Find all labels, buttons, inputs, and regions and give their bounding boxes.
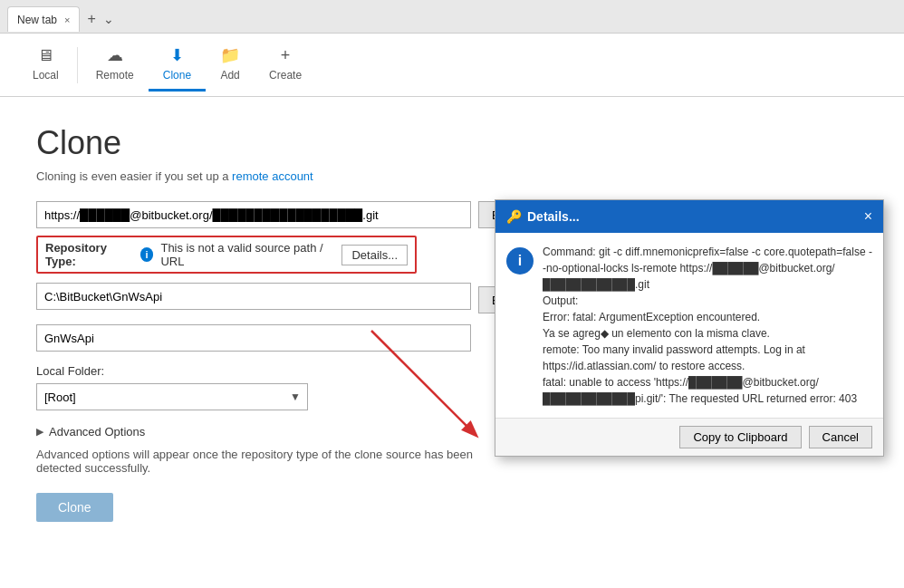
toolbar-label-add: Add — [220, 69, 239, 82]
dialog-footer: Copy to Clipboard Cancel — [495, 418, 883, 456]
dialog-content-text: Command: git -c diff.mnemonicprefix=fals… — [543, 244, 872, 407]
dialog-title: 🔑 Details... — [506, 209, 580, 224]
tab-close-icon[interactable]: × — [64, 14, 70, 25]
dialog-line3: Output: — [543, 294, 578, 307]
tab-menu-icon[interactable]: ⌄ — [100, 12, 118, 26]
clone-button[interactable]: Clone — [36, 493, 113, 522]
repo-type-info-icon[interactable]: i — [140, 247, 154, 262]
new-tab-icon[interactable]: + — [83, 11, 99, 27]
dialog-line6: remote: Too many invalid password attemp… — [543, 343, 805, 372]
copy-to-clipboard-button[interactable]: Copy to Clipboard — [679, 426, 801, 448]
dialog-lock-icon: 🔑 — [506, 209, 522, 224]
toolbar-item-create[interactable]: + Create — [255, 39, 316, 92]
clone-icon: ⬇ — [170, 45, 184, 65]
advanced-chevron-icon: ▶ — [36, 426, 43, 438]
local-icon: 🖥 — [37, 46, 53, 65]
repo-type-row: Repository Type: i This is not a valid s… — [36, 236, 417, 274]
toolbar-item-remote[interactable]: ☁ Remote — [82, 38, 149, 92]
add-icon: 📁 — [220, 45, 240, 65]
repo-type-label: Repository Type: — [45, 241, 133, 268]
dialog-title-text: Details... — [527, 209, 580, 224]
page-title: Clone — [36, 124, 868, 162]
app-toolbar: 🖥 Local ☁ Remote ⬇ Clone 📁 Add + Create — [0, 34, 904, 97]
browser-tab[interactable]: New tab × — [7, 6, 80, 32]
toolbar-separator — [77, 47, 78, 83]
toolbar-item-clone[interactable]: ⬇ Clone — [149, 38, 206, 92]
toolbar-label-create: Create — [269, 69, 302, 82]
dialog-line5: Ya se agreg◆ un elemento con la misma cl… — [543, 327, 770, 340]
toolbar-label-clone: Clone — [163, 69, 191, 82]
url-input[interactable] — [36, 201, 471, 228]
toolbar-item-local[interactable]: 🖥 Local — [18, 39, 73, 92]
dialog-body: i Command: git -c diff.mnemonicprefix=fa… — [495, 233, 883, 418]
dialog-cancel-button[interactable]: Cancel — [809, 426, 872, 448]
subtitle-text: Cloning is even easier if you set up a — [36, 169, 228, 183]
folder-select-wrapper: [Root] ▼ — [36, 383, 308, 410]
folder-select[interactable]: [Root] — [36, 383, 308, 410]
name-input[interactable] — [36, 324, 471, 352]
dialog-line2: ████████████.git — [543, 278, 649, 291]
tab-label: New tab — [17, 14, 57, 26]
dialog-close-button[interactable]: × — [864, 208, 872, 225]
repo-type-error-text: This is not a valid source path / URL — [160, 241, 334, 268]
dialog-line4: Error: fatal: ArgumentException encounte… — [543, 311, 760, 323]
remote-icon: ☁ — [107, 45, 123, 65]
dialog-line8: ████████████pi.git/': The requested URL … — [543, 392, 857, 405]
dialog-header: 🔑 Details... × — [495, 200, 883, 233]
dialog-line7: fatal: unable to access 'https://███████… — [543, 376, 819, 389]
tab-bar: New tab × + ⌄ — [0, 0, 904, 33]
dialog-line1: Command: git -c diff.mnemonicprefix=fals… — [543, 246, 872, 275]
subtitle: Cloning is even easier if you set up a r… — [36, 169, 868, 183]
browser-chrome: New tab × + ⌄ — [0, 0, 904, 34]
advanced-notice-text: Advanced options will appear once the re… — [36, 448, 489, 475]
details-button[interactable]: Details... — [341, 245, 408, 265]
remote-account-link[interactable]: remote account — [232, 169, 313, 183]
toolbar-label-local: Local — [33, 69, 59, 82]
toolbar-label-remote: Remote — [96, 69, 134, 82]
advanced-options-label: Advanced Options — [49, 425, 145, 439]
dialog-info-icon: i — [506, 247, 534, 275]
toolbar-item-add[interactable]: 📁 Add — [206, 38, 255, 92]
details-dialog: 🔑 Details... × i Command: git -c diff.mn… — [495, 199, 884, 457]
create-icon: + — [281, 46, 291, 65]
local-path-input[interactable] — [36, 283, 471, 310]
